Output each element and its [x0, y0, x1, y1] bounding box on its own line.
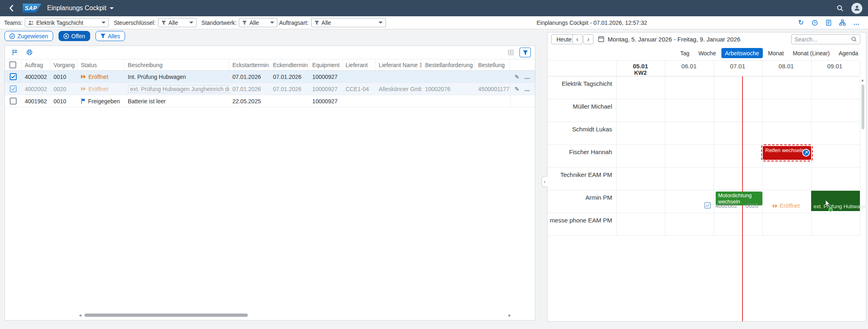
row-overflow-icon[interactable]: … [524, 86, 530, 92]
day-header: 05.01KW2 [616, 61, 665, 76]
column-header-eckstarttermin[interactable]: Eckstarttermin [229, 59, 270, 70]
view-woche[interactable]: Woche [695, 48, 719, 58]
chevron-down-icon [270, 22, 274, 24]
filter-icon [242, 20, 247, 25]
table-row[interactable]: 4002002 0010 Eröffnet Int. Prüfung Hubwa… [5, 71, 535, 83]
accept-circle-icon [9, 33, 15, 39]
cell-status: Eröffnet [78, 83, 125, 95]
steuerschluessel-select[interactable]: Alle [158, 18, 197, 27]
cell-equipment: 10000927 [309, 71, 342, 83]
row-checkbox[interactable] [10, 73, 17, 80]
chevron-down-icon [189, 22, 193, 24]
teams-select[interactable]: Elektrik Tagschicht [25, 18, 109, 27]
column-header-bestellanforderung[interactable]: Bestellanforderung [422, 59, 475, 70]
column-header-bestellung[interactable]: Bestellung [475, 59, 510, 70]
resource-label: Techniker EAM PM [548, 171, 612, 178]
printer-icon [26, 50, 32, 55]
edit-icon[interactable]: ✎ [515, 86, 520, 92]
calendar-panel: Heute ‹ › Montag, 5. Januar 2026 - Freit… [547, 32, 866, 322]
resource-row[interactable]: messe phone EAM PM [548, 213, 860, 236]
decline-circle-icon [63, 33, 69, 39]
overflow-icon: … [853, 20, 860, 26]
cell-bestellung [475, 95, 510, 107]
cell-vorgang: 0010 [50, 71, 78, 83]
cell-beschreibung: Batterie ist leer [125, 95, 229, 107]
back-button[interactable] [6, 2, 17, 14]
assign-badge[interactable] [802, 149, 810, 157]
scrollbar-thumb[interactable] [84, 314, 248, 317]
view-arbeitswoche[interactable]: Arbeitswoche [721, 48, 763, 58]
view-monat[interactable]: Monat [764, 48, 788, 58]
calendar-search-input[interactable] [794, 36, 849, 43]
standortwerk-select[interactable]: Alle [239, 18, 277, 27]
drag-source-outline: ext. Prüfung Hubwagen Jungheinrich durch [128, 85, 229, 93]
resource-label: Elektrik Tagschicht [548, 80, 612, 87]
table-row[interactable]: 4002002 0020 Eröffnet ext. Prüfung Hubwa… [5, 83, 535, 95]
table-filter-button[interactable] [520, 48, 531, 57]
history-button[interactable] [812, 20, 818, 26]
column-header-lieferant-name[interactable]: Lieferant Name 1 [376, 59, 422, 70]
hierarchy-button[interactable] [839, 20, 846, 26]
resource-row[interactable]: Müller Michael [548, 99, 860, 122]
status-text: Eröffnet [89, 86, 108, 92]
tab-zugewiesen[interactable]: Zugewiesen [4, 31, 53, 41]
avatar[interactable] [851, 3, 862, 14]
flag-outline-icon [12, 50, 17, 55]
scroll-up-icon[interactable]: ▲ [861, 78, 864, 82]
vertical-scrollbar-thumb[interactable] [862, 85, 864, 129]
column-header-auftrag[interactable]: Auftrag [22, 59, 50, 70]
splitter-handle[interactable]: ‹ [541, 176, 548, 187]
chevron-down-icon [102, 22, 106, 24]
report-button[interactable] [826, 20, 831, 26]
horizontal-scrollbar[interactable]: ◀ ▶ [6, 313, 534, 318]
column-header-status[interactable]: Status [78, 59, 125, 70]
table-view-button[interactable] [505, 48, 516, 57]
cell-lieferant: CCE1-04 [342, 83, 376, 95]
tab-label: Zugewiesen [17, 33, 48, 39]
view-monat-linear[interactable]: Monat (Linear) [789, 48, 833, 58]
calendar-event-reifen-wechseln[interactable]: Reifen wechseln [763, 146, 811, 160]
column-header-lieferant[interactable]: Lieferant [342, 59, 376, 70]
scroll-left-icon[interactable]: ◀ [79, 314, 81, 317]
table-row[interactable]: 4001962 0010 Freigegeben Batterie ist le… [5, 95, 535, 107]
row-checkbox[interactable] [10, 85, 17, 92]
scroll-right-icon[interactable]: ▶ [509, 314, 511, 317]
tab-offen[interactable]: Offen [58, 31, 90, 41]
cell-eckstarttermin: 22.05.2025 [229, 95, 270, 107]
table-toolbar [5, 46, 535, 59]
resource-row[interactable]: Fischer Hannah [548, 145, 860, 168]
resource-row[interactable]: Schmidt Lukas [548, 122, 860, 145]
row-checkbox[interactable] [10, 98, 17, 105]
row-overflow-icon[interactable]: … [524, 74, 530, 80]
prev-week-button[interactable]: ‹ [572, 34, 582, 44]
resource-row[interactable]: Techniker EAM PM [548, 168, 860, 190]
app-title-menu[interactable]: Einplanungs Cockpit [47, 4, 114, 12]
cell-auftrag: 4001962 [22, 95, 50, 107]
grid-line [616, 60, 617, 236]
next-week-button[interactable]: › [583, 34, 593, 44]
resource-row[interactable]: Elektrik Tagschicht [548, 76, 860, 99]
event-title: Reifen wechseln [765, 147, 804, 153]
tab-alles[interactable]: Alles [95, 31, 125, 41]
print-button[interactable] [24, 48, 35, 57]
check-icon [11, 87, 15, 91]
flag-icon [81, 98, 86, 104]
search-icon[interactable] [851, 36, 857, 42]
team-icon [28, 20, 34, 25]
flag-button[interactable] [9, 48, 20, 57]
cell-lieferant [342, 71, 376, 83]
overflow-button[interactable]: … [853, 20, 860, 26]
view-agenda[interactable]: Agenda [835, 48, 862, 58]
edit-icon[interactable]: ✎ [515, 74, 520, 80]
column-header-equipment[interactable]: Equipment [309, 59, 342, 70]
refresh-button[interactable]: ↻ [798, 19, 804, 26]
day-header: 07.01 [713, 61, 762, 76]
cell-lieferant-name [376, 95, 422, 107]
shell-search-button[interactable] [834, 2, 846, 14]
column-header-vorgang[interactable]: Vorgang [50, 59, 78, 70]
view-tag[interactable]: Tag [677, 48, 693, 58]
select-all-checkbox[interactable] [9, 61, 16, 68]
auftragsart-select[interactable]: Alle [311, 18, 386, 27]
column-header-eckendtermin[interactable]: Eckendtermin [270, 59, 309, 70]
column-header-beschreibung[interactable]: Beschreibung [125, 59, 229, 70]
